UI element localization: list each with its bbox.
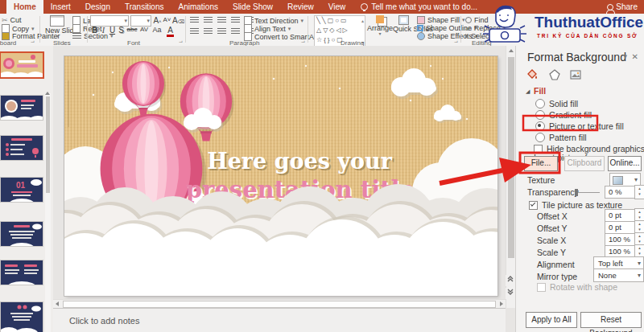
texture-swatch	[613, 176, 623, 185]
radio-solid-fill[interactable]: Solid fill	[535, 99, 578, 109]
previous-slide-button[interactable]	[506, 275, 515, 286]
clear-formatting-button[interactable]: A⌫	[172, 16, 181, 25]
radio-pattern-fill[interactable]: Pattern fill	[535, 133, 587, 142]
replace-button[interactable]: abReplace▾	[465, 24, 506, 32]
radio-icon	[535, 110, 545, 120]
next-slide-button[interactable]	[506, 288, 515, 299]
shape-fill-button[interactable]: Shape Fill▾	[417, 16, 465, 24]
decrease-font-button[interactable]: A˅	[163, 16, 171, 23]
tab-slide-show[interactable]: Slide Show	[225, 0, 280, 14]
bullets-icon	[190, 17, 199, 24]
offset-y-value[interactable]: 0 pt	[605, 221, 637, 234]
picture-icon[interactable]	[569, 68, 582, 81]
online-button[interactable]: Online...	[608, 156, 642, 171]
slide-canvas[interactable]: Here goes your Here goes your presentati…	[64, 56, 497, 296]
fill-bucket-icon[interactable]	[526, 68, 539, 81]
slide-thumbnail-pane: 01	[0, 46, 53, 332]
effects-pentagon-icon[interactable]	[548, 68, 561, 81]
strikethrough-button[interactable]: abc	[126, 26, 138, 33]
tab-insert[interactable]: Insert	[43, 0, 78, 14]
person-icon	[607, 4, 613, 10]
font-size-combo[interactable]: ▾	[130, 15, 151, 27]
search-icon	[465, 17, 472, 23]
select-cursor-icon	[465, 34, 469, 39]
mirror-type-dropdown[interactable]: None▾	[593, 268, 644, 282]
slide-thumbnail-6[interactable]	[1, 260, 43, 285]
new-slide-button[interactable]: New Slide▾	[44, 15, 70, 38]
transparency-slider-thumb[interactable]	[575, 189, 578, 196]
radio-picture-texture-fill[interactable]: Picture or texture fill	[535, 121, 624, 131]
horizontal-scrollbar[interactable]	[53, 299, 506, 308]
slide-thumbnail-2[interactable]	[1, 96, 43, 120]
close-icon[interactable]: ✕	[632, 52, 638, 61]
notes-pane[interactable]: Click to add notes	[53, 308, 506, 332]
change-case-button[interactable]: Aa	[151, 26, 163, 34]
checkbox-disabled-icon	[537, 283, 546, 292]
notes-placeholder: Click to add notes	[69, 316, 139, 326]
share-button[interactable]: Share	[607, 0, 638, 14]
increase-font-button[interactable]: A˄	[153, 16, 162, 25]
drawing-dialog-launcher[interactable]: ⌐	[454, 39, 458, 46]
clipboard-button[interactable]: Clipboard	[564, 156, 605, 171]
slide-thumbnail-4[interactable]: 01	[1, 178, 43, 202]
transparency-value[interactable]: 0 %	[605, 186, 637, 199]
title-bar: Home Insert Design Transitions Animation…	[0, 0, 644, 14]
scale-y-label: Scale Y	[537, 248, 566, 257]
thumbnail-scrollbar[interactable]	[45, 93, 51, 332]
arrange-icon	[376, 15, 384, 23]
underline-button[interactable]: U	[108, 26, 117, 35]
collapse-triangle-icon[interactable]: ◢	[526, 88, 530, 95]
apply-to-all-button[interactable]: Apply to All	[526, 312, 577, 328]
slide-thumbnail-3[interactable]	[1, 136, 43, 160]
font-color-button[interactable]: A	[166, 26, 175, 37]
tab-animations[interactable]: Animations	[171, 0, 225, 14]
reset-background-button[interactable]: Reset Background	[580, 312, 642, 328]
tab-home[interactable]: Home	[6, 0, 43, 14]
transparency-spinner[interactable]: ▴▾	[634, 185, 644, 199]
font-dialog-launcher[interactable]: ⌐	[179, 39, 183, 46]
slide-thumbnail-7[interactable]	[1, 302, 43, 332]
fill-section-header[interactable]: Fill	[534, 86, 546, 96]
italic-button[interactable]: I	[99, 26, 108, 35]
justify-icon	[231, 28, 240, 35]
find-button[interactable]: Find	[465, 16, 489, 24]
slide-thumbnail-1[interactable]	[1, 53, 43, 77]
align-left-icon	[190, 28, 199, 35]
numbering-icon	[204, 17, 213, 24]
quick-styles-button[interactable]: Quick Styles	[393, 15, 414, 32]
tab-view[interactable]: View	[321, 0, 353, 14]
clipboard-dialog-launcher[interactable]: ⌐	[31, 39, 35, 46]
tab-design[interactable]: Design	[78, 0, 118, 14]
tell-me-box[interactable]: Tell me what you want to do...	[361, 0, 477, 14]
font-name-combo[interactable]: ▾	[90, 15, 129, 27]
scale-x-value[interactable]: 100 %	[605, 233, 637, 246]
text-shadow-button[interactable]: S	[117, 26, 126, 35]
radio-gradient-fill[interactable]: Gradient fill	[535, 110, 592, 120]
shape-outline-icon	[417, 25, 423, 31]
panel-menu-icon[interactable]: ▾	[623, 52, 627, 60]
tab-review[interactable]: Review	[280, 0, 321, 14]
bold-button[interactable]: B	[90, 26, 99, 35]
radio-icon	[535, 99, 545, 109]
increase-indent-icon	[231, 17, 240, 24]
watermark-strip	[68, 80, 69, 127]
arrange-button[interactable]: Arrange▾	[369, 15, 391, 35]
gallery-scroll-up[interactable]: ▴	[361, 18, 364, 23]
character-spacing-button[interactable]: AV	[138, 26, 150, 33]
quick-styles-icon	[398, 15, 409, 25]
decrease-indent-icon	[217, 17, 226, 24]
slide-editor: Here goes your Here goes your presentati…	[53, 46, 506, 308]
new-slide-icon	[50, 15, 64, 27]
cut-button[interactable]: ✂Cut	[2, 16, 22, 24]
shape-fill-icon	[417, 16, 425, 24]
rotate-with-shape-checkbox[interactable]: Rotate with shape	[537, 282, 617, 292]
slide-thumbnail-5[interactable]	[1, 222, 43, 246]
replace-icon: ab	[465, 26, 472, 31]
offset-x-value[interactable]: 0 pt	[605, 209, 637, 222]
texture-label: Texture	[527, 175, 555, 185]
paragraph-dialog-launcher[interactable]: ⌐	[301, 39, 305, 46]
tab-transitions[interactable]: Transitions	[118, 0, 171, 14]
scissors-icon: ✂	[2, 16, 8, 24]
transparency-slider-track[interactable]	[576, 192, 600, 193]
file-button[interactable]: File...	[524, 156, 558, 171]
